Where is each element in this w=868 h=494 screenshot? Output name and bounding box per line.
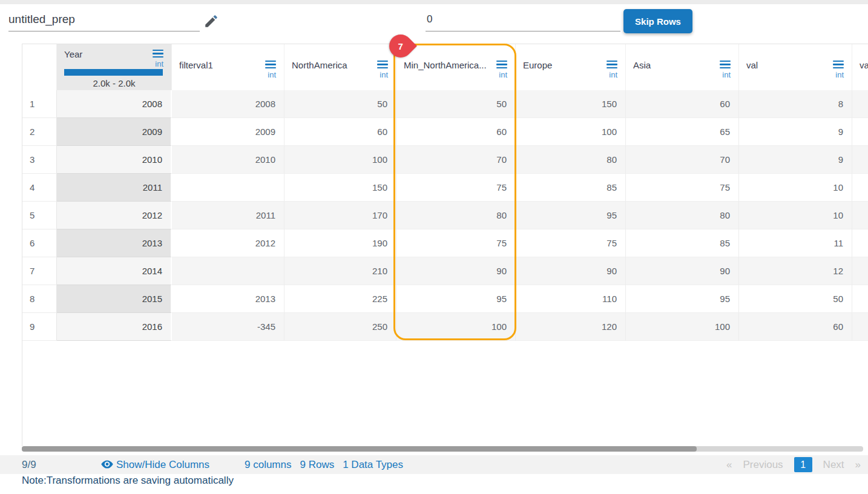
column-menu-icon[interactable] (607, 61, 617, 68)
cell[interactable]: 2014 (57, 257, 172, 285)
cell[interactable]: 60 (396, 118, 516, 146)
pagination-page-1[interactable]: 1 (794, 457, 812, 472)
cell[interactable] (852, 313, 868, 341)
cell[interactable]: 50 (396, 90, 516, 118)
cell[interactable] (852, 229, 868, 257)
column-header-val[interactable]: valint (739, 44, 852, 90)
cell[interactable]: -345 (172, 313, 284, 341)
cell[interactable]: 100 (626, 313, 739, 341)
column-menu-icon[interactable] (377, 61, 388, 68)
cell[interactable] (852, 146, 868, 174)
cell[interactable]: 12 (739, 257, 852, 285)
column-menu-icon[interactable] (833, 61, 844, 68)
cell[interactable]: 95 (626, 285, 739, 313)
cell[interactable]: 90 (396, 257, 516, 285)
cell[interactable]: 170 (284, 202, 396, 229)
cell[interactable]: 50 (739, 285, 852, 313)
eye-icon[interactable] (100, 458, 114, 471)
cell[interactable] (852, 257, 868, 285)
cell[interactable] (852, 285, 868, 313)
cell[interactable]: 10 (739, 202, 852, 229)
column-menu-icon[interactable] (265, 61, 276, 68)
cell[interactable]: 75 (516, 229, 626, 257)
horizontal-scrollbar-track[interactable] (22, 446, 863, 452)
pagination-next[interactable]: Next (823, 455, 844, 474)
cell[interactable]: 60 (626, 90, 739, 118)
column-header-va[interactable]: va (852, 44, 868, 90)
cell[interactable]: 190 (284, 229, 396, 257)
column-menu-icon[interactable] (153, 50, 163, 58)
cell[interactable]: 2010 (172, 146, 284, 174)
cell[interactable]: 95 (516, 202, 626, 229)
cell[interactable]: 90 (516, 257, 626, 285)
pagination-first[interactable]: « (726, 455, 732, 474)
column-header-europe[interactable]: Europeint (516, 44, 626, 90)
cell[interactable]: 9 (739, 146, 852, 174)
cell[interactable]: 80 (516, 146, 626, 174)
cell[interactable]: 2011 (57, 174, 172, 202)
cell[interactable]: 10 (739, 174, 852, 202)
column-menu-icon[interactable] (496, 61, 507, 68)
cell[interactable]: 100 (284, 146, 396, 174)
edit-pencil-icon[interactable] (203, 13, 219, 29)
cell[interactable]: 2013 (172, 285, 284, 313)
prep-title-input[interactable] (8, 11, 200, 31)
cell[interactable]: 60 (284, 118, 396, 146)
cell[interactable]: 2012 (57, 202, 172, 229)
cell[interactable]: 75 (396, 174, 516, 202)
cell[interactable]: 50 (284, 90, 396, 118)
column-header-min-northamerica-[interactable]: Min_NorthAmerica...int (396, 44, 516, 90)
cell[interactable]: 8 (739, 90, 852, 118)
column-header-northamerica[interactable]: NorthAmericaint (284, 44, 396, 90)
cell[interactable]: 95 (396, 285, 516, 313)
column-header-year[interactable]: Yearint2.0k - 2.0k (57, 44, 172, 90)
cell[interactable]: 75 (396, 229, 516, 257)
pagination-last[interactable]: » (855, 455, 861, 474)
column-header-filterval1[interactable]: filterval1int (172, 44, 284, 90)
cell[interactable] (172, 257, 284, 285)
cell[interactable]: 210 (284, 257, 396, 285)
cell[interactable]: 80 (396, 202, 516, 229)
skip-rows-button[interactable]: Skip Rows (623, 9, 692, 33)
cell[interactable]: 150 (516, 90, 626, 118)
stat-rows[interactable]: 9 Rows (300, 455, 334, 474)
cell[interactable]: 100 (516, 118, 626, 146)
cell[interactable]: 80 (626, 202, 739, 229)
cell[interactable]: 2009 (172, 118, 284, 146)
cell[interactable]: 2009 (57, 118, 172, 146)
cell[interactable]: 60 (739, 313, 852, 341)
cell[interactable]: 150 (284, 174, 396, 202)
cell[interactable] (852, 174, 868, 202)
cell[interactable]: 85 (516, 174, 626, 202)
cell[interactable]: 2012 (172, 229, 284, 257)
cell[interactable]: 2011 (172, 202, 284, 229)
cell[interactable]: 85 (626, 229, 739, 257)
cell[interactable]: 250 (284, 313, 396, 341)
cell[interactable]: 2010 (57, 146, 172, 174)
cell[interactable] (852, 118, 868, 146)
cell[interactable]: 70 (396, 146, 516, 174)
column-header-asia[interactable]: Asiaint (626, 44, 739, 90)
cell[interactable]: 75 (626, 174, 739, 202)
skip-rows-input[interactable] (426, 11, 620, 31)
cell[interactable]: 2008 (57, 90, 172, 118)
cell[interactable]: 2015 (57, 285, 172, 313)
stat-data-types[interactable]: 1 Data Types (343, 455, 403, 474)
cell[interactable] (852, 202, 868, 229)
column-menu-icon[interactable] (720, 61, 731, 68)
cell[interactable]: 90 (626, 257, 739, 285)
cell[interactable]: 65 (626, 118, 739, 146)
stat-columns[interactable]: 9 columns (245, 455, 291, 474)
cell[interactable]: 2008 (172, 90, 284, 118)
show-hide-columns-link[interactable]: Show/Hide Columns (116, 455, 209, 474)
cell[interactable]: 70 (626, 146, 739, 174)
cell[interactable] (172, 174, 284, 202)
pagination-previous[interactable]: Previous (743, 455, 783, 474)
cell[interactable] (852, 90, 868, 118)
cell[interactable]: 2013 (57, 229, 172, 257)
cell[interactable]: 9 (739, 118, 852, 146)
cell[interactable]: 2016 (57, 313, 172, 341)
cell[interactable]: 11 (739, 229, 852, 257)
cell[interactable]: 100 (396, 313, 516, 341)
horizontal-scrollbar-thumb[interactable] (22, 446, 697, 452)
